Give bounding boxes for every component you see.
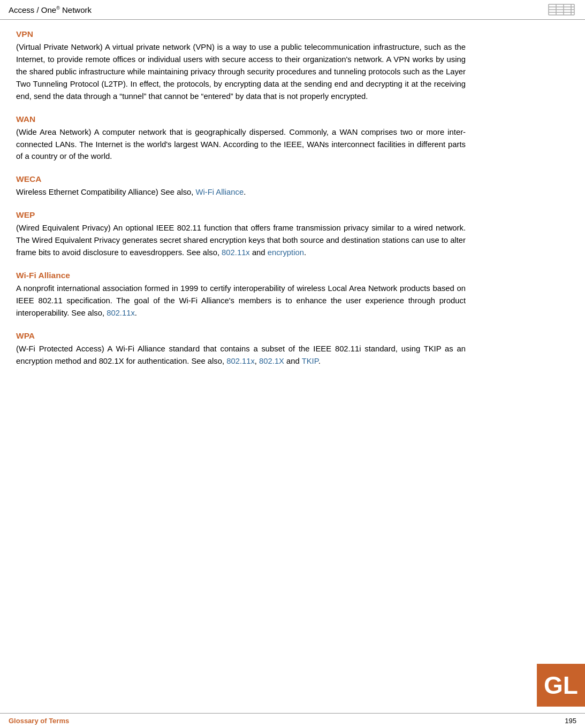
page-header: Access / One® Network — [0, 0, 585, 20]
entry-wpa: WPA (W-Fi Protected Access) A Wi-Fi Alli… — [16, 331, 466, 367]
body-wpa: (W-Fi Protected Access) A Wi-Fi Alliance… — [16, 343, 466, 367]
header-logo-icon — [546, 2, 576, 17]
entry-weca: WECA Wireless Ethernet Compatibility All… — [16, 174, 466, 198]
term-vpn: VPN — [16, 29, 466, 39]
footer-page-number: 195 — [565, 717, 576, 725]
weca-text-prefix: Wireless Ethernet Compatibility Alliance… — [16, 188, 196, 196]
term-wifi-alliance: Wi-Fi Alliance — [16, 271, 466, 280]
link-encryption[interactable]: encryption — [268, 248, 304, 257]
wpa-text-suffix: . — [318, 357, 321, 365]
wep-text-mid: and — [250, 248, 268, 257]
entry-wifi-alliance: Wi-Fi Alliance A nonprofit international… — [16, 271, 466, 319]
registered-mark: ® — [56, 5, 60, 11]
term-wan: WAN — [16, 114, 466, 124]
main-content: VPN (Virtual Private Network) A virtual … — [0, 20, 482, 401]
gl-section-badge: GL — [537, 664, 585, 707]
wifi-alliance-text-suffix: . — [135, 309, 137, 317]
page-footer: Glossary of Terms 195 — [0, 713, 585, 728]
header-title: Access / One® Network — [9, 5, 92, 14]
gl-badge-text: GL — [544, 671, 578, 700]
body-wep: (Wired Equivalent Privacy) An optional I… — [16, 222, 466, 259]
link-80211x-wep[interactable]: 802.11x — [222, 248, 250, 257]
wifi-alliance-text-prefix: A nonprofit international association fo… — [16, 284, 466, 317]
link-80211x-wpa[interactable]: 802.11x — [226, 357, 255, 365]
body-wifi-alliance: A nonprofit international association fo… — [16, 282, 466, 319]
wep-text-suffix: . — [304, 248, 306, 257]
footer-label: Glossary of Terms — [9, 717, 69, 725]
body-weca: Wireless Ethernet Compatibility Alliance… — [16, 186, 466, 198]
term-weca: WECA — [16, 174, 466, 184]
body-wan: (Wide Area Network) A computer network t… — [16, 126, 466, 163]
entry-wan: WAN (Wide Area Network) A computer netwo… — [16, 114, 466, 163]
wpa-text-mid1: , — [255, 357, 259, 365]
weca-text-suffix: . — [244, 188, 246, 196]
term-wpa: WPA — [16, 331, 466, 341]
link-80211x-wifi[interactable]: 802.11x — [107, 309, 135, 317]
entry-vpn: VPN (Virtual Private Network) A virtual … — [16, 29, 466, 103]
term-wep: WEP — [16, 210, 466, 220]
body-vpn: (Virtual Private Network) A virtual priv… — [16, 41, 466, 103]
link-8021x-wpa[interactable]: 802.1X — [259, 357, 284, 365]
entry-wep: WEP (Wired Equivalent Privacy) An option… — [16, 210, 466, 259]
link-wifi-alliance[interactable]: Wi-Fi Alliance — [196, 188, 244, 196]
link-tkip-wpa[interactable]: TKIP — [302, 357, 318, 365]
wpa-text-mid2: and — [284, 357, 302, 365]
